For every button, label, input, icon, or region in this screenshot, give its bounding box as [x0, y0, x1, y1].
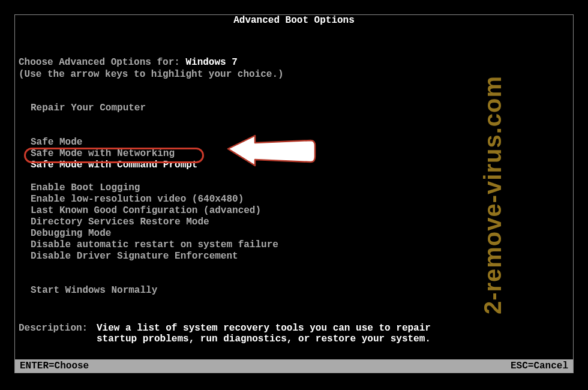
watermark-text: 2-remove-virus.com — [479, 76, 506, 314]
os-name: Windows 7 — [185, 57, 237, 68]
footer-enter: ENTER=Choose — [20, 361, 89, 371]
footer-esc: ESC=Cancel — [511, 361, 568, 371]
prompt-prefix: Choose Advanced Options for: — [19, 57, 185, 68]
screen-title: Advanced Boot Options — [227, 15, 361, 26]
description-label: Description: — [19, 323, 97, 344]
highlighted-option-text: Safe Mode with Command Prompt — [31, 160, 197, 171]
description-text: View a list of system recovery tools you… — [97, 323, 457, 344]
description-section: Description: View a list of system recov… — [19, 323, 569, 344]
footer-bar: ENTER=Choose ESC=Cancel — [15, 359, 573, 373]
prompt-line: Choose Advanced Options for: Windows 7 — [19, 57, 569, 68]
